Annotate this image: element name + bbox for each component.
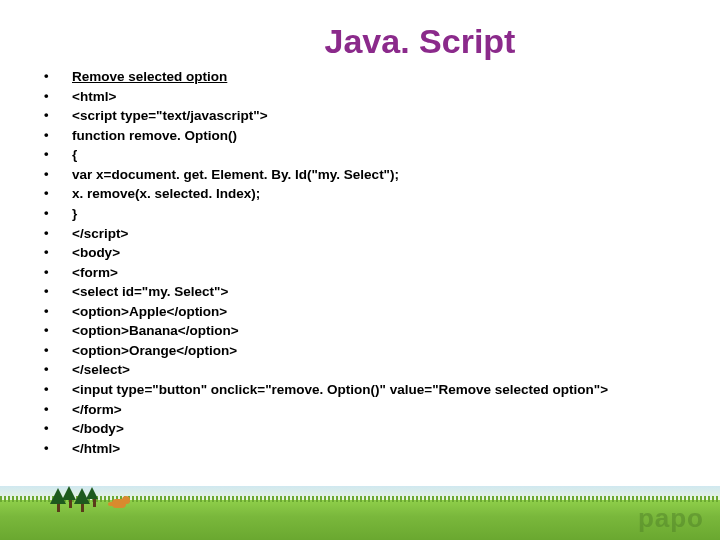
bullet-text: <option>Orange</option> (72, 341, 720, 361)
bullet-line: •x. remove(x. selected. Index); (40, 184, 720, 204)
bullet-text: <input type="button" onclick="remove. Op… (72, 380, 720, 400)
bullet-text: </html> (72, 439, 720, 459)
bullet-icon: • (40, 243, 72, 262)
bullet-line: • <option>Apple</option> (40, 302, 720, 322)
bullet-icon: • (40, 321, 72, 340)
bullet-icon: • (40, 360, 72, 379)
bullet-line: •{ (40, 145, 720, 165)
bullet-line: •} (40, 204, 720, 224)
bullet-text: </body> (72, 419, 720, 439)
bullet-icon: • (40, 263, 72, 282)
bullet-icon: • (40, 145, 72, 164)
brand-text: papo (638, 503, 704, 534)
fox-icon (110, 494, 130, 510)
bullet-text: <option>Apple</option> (72, 302, 720, 322)
bullet-icon: • (40, 439, 72, 458)
bullet-icon: • (40, 302, 72, 321)
bullet-line: •</html> (40, 439, 720, 459)
bullet-text: </form> (72, 400, 720, 420)
bullet-icon: • (40, 224, 72, 243)
bullet-text: <option>Banana</option> (72, 321, 720, 341)
bullet-icon: • (40, 184, 72, 203)
bullet-line: •<html> (40, 87, 720, 107)
bullet-text: </script> (72, 224, 720, 244)
bullet-icon: • (40, 341, 72, 360)
bullet-icon: • (40, 400, 72, 419)
content-area: •Remove selected option•<html>•<script t… (0, 61, 720, 458)
grass-strip (0, 500, 720, 540)
bullet-text: <select id="my. Select"> (72, 282, 720, 302)
bullet-text: </select> (72, 360, 720, 380)
tree-icon (86, 487, 102, 511)
bullet-line: •<form> (40, 263, 720, 283)
bullet-line: •</body> (40, 419, 720, 439)
bullet-text: <html> (72, 87, 720, 107)
bullet-line: •Remove selected option (40, 67, 720, 87)
bullet-line: •<select id="my. Select"> (40, 282, 720, 302)
bullet-line: • <option>Banana</option> (40, 321, 720, 341)
bullet-icon: • (40, 380, 72, 399)
bullet-icon: • (40, 204, 72, 223)
bullet-text: { (72, 145, 720, 165)
bullet-line: •</script> (40, 224, 720, 244)
bullet-icon: • (40, 67, 72, 86)
footer-decoration: papo (0, 472, 720, 540)
bullet-icon: • (40, 165, 72, 184)
bullet-text: <script type="text/javascript"> (72, 106, 720, 126)
bullet-text: function remove. Option() (72, 126, 720, 146)
bullet-line: •</select> (40, 360, 720, 380)
bullet-icon: • (40, 419, 72, 438)
bullet-line: • <option>Orange</option> (40, 341, 720, 361)
slide-title: Java. Script (0, 0, 720, 61)
bullet-text: <form> (72, 263, 720, 283)
bullet-line: •var x=document. get. Element. By. Id("m… (40, 165, 720, 185)
bullet-line: •function remove. Option() (40, 126, 720, 146)
bullet-text: var x=document. get. Element. By. Id("my… (72, 165, 720, 185)
bullet-icon: • (40, 87, 72, 106)
bullet-icon: • (40, 126, 72, 145)
bullet-line: •</form> (40, 400, 720, 420)
bullet-text: } (72, 204, 720, 224)
bullet-text: Remove selected option (72, 67, 720, 87)
bullet-line: •<script type="text/javascript"> (40, 106, 720, 126)
bullet-line: •<input type="button" onclick="remove. O… (40, 380, 720, 400)
bullet-icon: • (40, 106, 72, 125)
bullet-line: •<body> (40, 243, 720, 263)
bullet-text: <body> (72, 243, 720, 263)
bullet-icon: • (40, 282, 72, 301)
bullet-text: x. remove(x. selected. Index); (72, 184, 720, 204)
